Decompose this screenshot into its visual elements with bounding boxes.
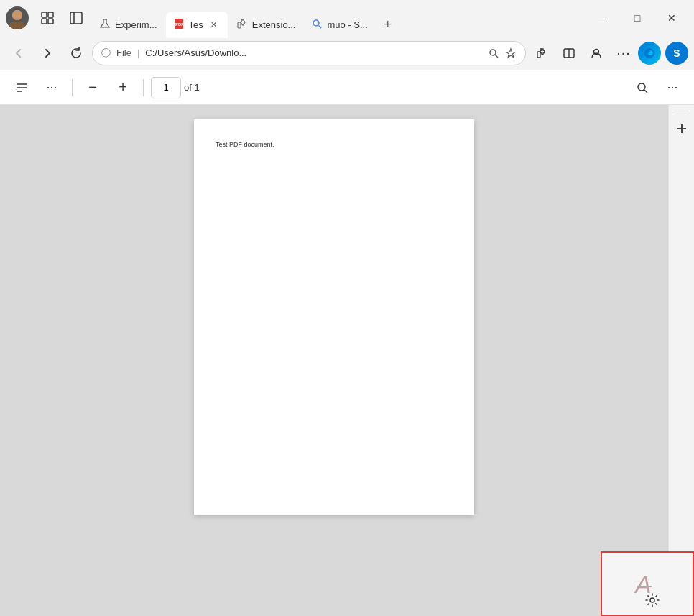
svg-rect-5 bbox=[48, 12, 53, 17]
flask-icon bbox=[99, 18, 111, 32]
profiles-button[interactable] bbox=[583, 40, 609, 66]
sidebar-add-button[interactable] bbox=[670, 117, 693, 140]
pdf-content-area[interactable]: Test PDF document. bbox=[0, 105, 668, 616]
settings-gear-button[interactable] bbox=[641, 589, 664, 612]
search-tab-icon bbox=[311, 18, 323, 32]
zoom-in-button[interactable]: + bbox=[110, 75, 136, 101]
url-bar[interactable]: ⓘ File | C:/Users/Asus/Downlo... bbox=[92, 41, 526, 65]
separator-2 bbox=[143, 79, 144, 96]
more-options-button[interactable]: ··· bbox=[660, 75, 685, 101]
url-protocol: File bbox=[116, 47, 131, 58]
refresh-button[interactable] bbox=[63, 40, 89, 66]
svg-rect-8 bbox=[70, 12, 82, 24]
avatar bbox=[6, 6, 29, 29]
svg-point-14 bbox=[313, 20, 319, 26]
main-area: Test PDF document. A bbox=[0, 105, 694, 616]
skype-button[interactable]: S bbox=[665, 42, 688, 65]
forward-button[interactable] bbox=[34, 40, 60, 66]
svg-rect-7 bbox=[48, 19, 53, 24]
pdf-icon: PDF bbox=[173, 18, 185, 32]
tab-experiments[interactable]: Experim... bbox=[92, 12, 165, 37]
more-tools-button[interactable]: ··· bbox=[39, 75, 65, 101]
addressbar: ⓘ File | C:/Users/Asus/Downlo... ··· S bbox=[0, 36, 694, 70]
tab-strip: Experim... PDF Tes ✕ Extensio... muo - S… bbox=[92, 0, 583, 36]
tab-test-pdf[interactable]: PDF Tes ✕ bbox=[166, 12, 228, 37]
minus-icon: − bbox=[88, 79, 97, 96]
svg-rect-4 bbox=[42, 12, 47, 17]
puzzle-icon bbox=[236, 18, 248, 32]
s-label: S bbox=[673, 47, 680, 59]
svg-rect-6 bbox=[42, 19, 47, 24]
workspaces-button[interactable] bbox=[34, 5, 60, 31]
page-number-input[interactable] bbox=[151, 77, 181, 98]
vertical-tabs-button[interactable] bbox=[63, 5, 89, 31]
svg-point-2 bbox=[12, 10, 22, 20]
toc-button[interactable] bbox=[9, 75, 34, 101]
svg-rect-18 bbox=[537, 52, 540, 58]
svg-line-26 bbox=[644, 90, 647, 93]
zoom-out-button[interactable]: − bbox=[80, 75, 106, 101]
window-controls: — □ ✕ bbox=[586, 6, 688, 29]
svg-point-3 bbox=[9, 22, 26, 29]
new-tab-button[interactable]: + bbox=[376, 13, 399, 36]
star-icon bbox=[505, 47, 517, 59]
tab-close-button[interactable]: ✕ bbox=[208, 18, 221, 31]
tab-extensions-label: Extensio... bbox=[252, 19, 296, 30]
svg-point-25 bbox=[638, 83, 645, 91]
pdf-toolbar: ··· − + of 1 ··· bbox=[0, 70, 694, 105]
page-input-wrap: of 1 bbox=[151, 77, 200, 98]
svg-point-16 bbox=[490, 50, 496, 55]
separator-1 bbox=[72, 79, 73, 96]
more-button[interactable]: ··· bbox=[611, 40, 637, 66]
titlebar: Experim... PDF Tes ✕ Extensio... muo - S… bbox=[0, 0, 694, 36]
svg-rect-13 bbox=[238, 22, 241, 28]
tab-experiments-label: Experim... bbox=[115, 19, 157, 30]
tab-extensions[interactable]: Extensio... bbox=[229, 12, 303, 37]
svg-text:PDF: PDF bbox=[175, 22, 184, 27]
pdf-content-text: Test PDF document. bbox=[216, 141, 453, 148]
settings-gear-area bbox=[641, 589, 664, 612]
sidebar-divider-top bbox=[675, 111, 689, 111]
tab-muo[interactable]: muo - S... bbox=[304, 12, 374, 37]
split-screen-button[interactable] bbox=[556, 40, 582, 66]
plus-icon: + bbox=[119, 79, 127, 96]
tab-muo-label: muo - S... bbox=[327, 19, 367, 30]
minimize-button[interactable]: — bbox=[586, 6, 619, 29]
search-button[interactable] bbox=[629, 75, 655, 101]
svg-line-17 bbox=[495, 55, 498, 58]
addr-right-buttons: ··· S bbox=[529, 40, 688, 66]
info-icon: ⓘ bbox=[101, 47, 111, 60]
search-url-icon bbox=[488, 47, 499, 59]
page-of-label: of 1 bbox=[184, 82, 200, 93]
svg-point-33 bbox=[650, 598, 654, 602]
extensions-button[interactable] bbox=[529, 40, 555, 66]
edge-icon bbox=[638, 42, 661, 65]
maximize-button[interactable]: □ bbox=[621, 6, 654, 29]
back-button[interactable] bbox=[6, 40, 32, 66]
svg-line-15 bbox=[319, 25, 322, 28]
url-separator: | bbox=[137, 47, 139, 58]
tab-test-pdf-label: Tes bbox=[189, 19, 203, 30]
right-sidebar bbox=[668, 105, 694, 616]
url-path: C:/Users/Asus/Downlo... bbox=[145, 47, 482, 58]
pdf-page: Test PDF document. bbox=[194, 119, 474, 515]
close-button[interactable]: ✕ bbox=[655, 6, 688, 29]
